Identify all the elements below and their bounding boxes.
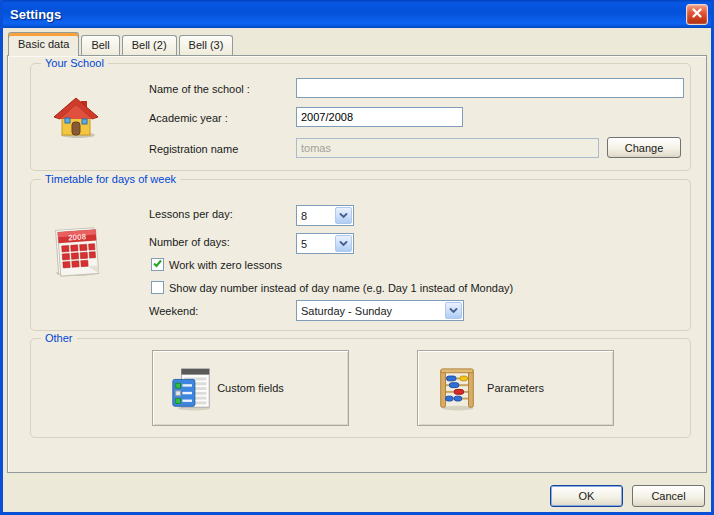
registration-name-label: Registration name	[149, 143, 238, 155]
show-day-number-checkbox[interactable]	[151, 281, 164, 294]
change-button[interactable]: Change	[607, 137, 681, 158]
tab-strip: Basic data Bell Bell (2) Bell (3)	[8, 32, 235, 55]
close-icon	[691, 7, 703, 21]
cancel-button[interactable]: Cancel	[632, 485, 705, 507]
house-icon	[52, 93, 100, 143]
registration-name-input	[296, 138, 599, 158]
group-your-school: Your School Name of the school : Academi…	[30, 63, 691, 171]
settings-dialog: Settings Basic data Bell Bell (2) Bell (…	[0, 0, 714, 515]
weekend-select[interactable]: Saturday - Sunday	[296, 300, 464, 321]
number-of-days-select[interactable]: 5	[296, 233, 354, 254]
chevron-down-icon	[335, 235, 352, 252]
number-of-days-label: Number of days:	[149, 236, 230, 248]
show-day-number-label: Show day number instead of day name (e.g…	[169, 282, 513, 294]
group-timetable-title: Timetable for days of week	[41, 173, 180, 185]
custom-fields-button[interactable]: Custom fields	[152, 350, 349, 426]
parameters-button[interactable]: Parameters	[417, 350, 614, 426]
school-name-input[interactable]	[296, 78, 684, 98]
lessons-per-day-label: Lessons per day:	[149, 208, 233, 220]
academic-year-label: Academic year :	[149, 112, 228, 124]
close-button[interactable]	[686, 4, 708, 25]
tab-basic-data[interactable]: Basic data	[8, 32, 79, 56]
work-zero-lessons-label: Work with zero lessons	[169, 259, 282, 271]
tab-bell-3[interactable]: Bell (3)	[179, 35, 234, 55]
work-zero-lessons-checkbox[interactable]	[151, 258, 164, 271]
school-name-label: Name of the school :	[149, 83, 250, 95]
tab-bell[interactable]: Bell	[81, 35, 119, 55]
group-timetable: Timetable for days of week 2008	[30, 179, 691, 331]
show-day-number-row: Show day number instead of day name (e.g…	[151, 281, 513, 294]
custom-fields-label: Custom fields	[217, 382, 284, 394]
checkmark-icon	[152, 258, 163, 271]
basic-data-panel: Your School Name of the school : Academi…	[7, 55, 707, 473]
svg-text:2008: 2008	[68, 232, 87, 242]
documents-list-icon	[169, 366, 215, 414]
academic-year-input[interactable]	[296, 107, 463, 127]
ok-button[interactable]: OK	[550, 485, 623, 507]
group-other-title: Other	[41, 332, 77, 344]
weekend-label: Weekend:	[149, 305, 198, 317]
tab-bell-2[interactable]: Bell (2)	[122, 35, 177, 55]
group-your-school-title: Your School	[41, 57, 108, 69]
titlebar[interactable]: Settings	[0, 0, 714, 28]
chevron-down-icon	[445, 302, 462, 319]
work-zero-lessons-row: Work with zero lessons	[151, 258, 282, 271]
chevron-down-icon	[335, 207, 352, 224]
calendar-icon: 2008	[49, 220, 103, 280]
parameters-label: Parameters	[487, 382, 544, 394]
window-title: Settings	[10, 7, 686, 22]
group-other: Other	[30, 338, 691, 438]
lessons-per-day-select[interactable]: 8	[296, 205, 354, 226]
abacus-icon	[434, 366, 480, 414]
